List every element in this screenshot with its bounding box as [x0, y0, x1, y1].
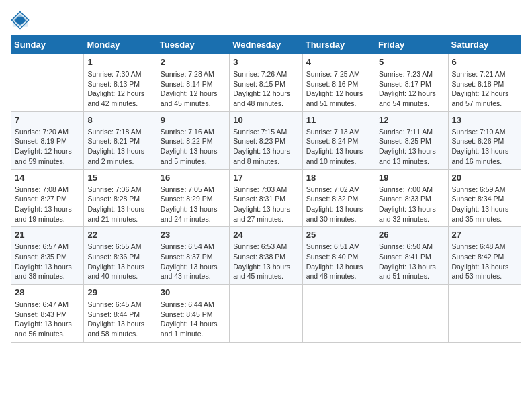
calendar-cell: 13Sunrise: 7:10 AM Sunset: 8:26 PM Dayli…	[448, 111, 521, 169]
calendar-week-row: 7Sunrise: 7:20 AM Sunset: 8:19 PM Daylig…	[11, 111, 521, 169]
day-number: 18	[306, 173, 371, 183]
calendar-cell: 18Sunrise: 7:02 AM Sunset: 8:32 PM Dayli…	[302, 169, 375, 227]
calendar-cell: 22Sunrise: 6:55 AM Sunset: 8:36 PM Dayli…	[84, 227, 157, 285]
calendar-cell: 14Sunrise: 7:08 AM Sunset: 8:27 PM Dayli…	[11, 169, 84, 227]
calendar-cell: 23Sunrise: 6:54 AM Sunset: 8:37 PM Dayli…	[157, 227, 229, 285]
day-info: Sunrise: 6:53 AM Sunset: 8:38 PM Dayligh…	[233, 242, 298, 281]
day-info: Sunrise: 7:18 AM Sunset: 8:21 PM Dayligh…	[87, 127, 152, 167]
day-number: 28	[15, 287, 80, 298]
day-info: Sunrise: 7:28 AM Sunset: 8:14 PM Dayligh…	[161, 69, 226, 109]
calendar-table: SundayMondayTuesdayWednesdayThursdayFrid…	[11, 35, 521, 342]
day-number: 8	[87, 115, 152, 125]
day-number: 9	[161, 115, 226, 125]
logo-icon	[11, 11, 30, 30]
day-info: Sunrise: 6:50 AM Sunset: 8:41 PM Dayligh…	[379, 242, 444, 281]
day-info: Sunrise: 6:51 AM Sunset: 8:40 PM Dayligh…	[306, 242, 371, 281]
calendar-cell: 5Sunrise: 7:23 AM Sunset: 8:17 PM Daylig…	[375, 54, 448, 112]
logo	[11, 11, 32, 30]
calendar-cell: 2Sunrise: 7:28 AM Sunset: 8:14 PM Daylig…	[157, 54, 229, 112]
day-info: Sunrise: 6:48 AM Sunset: 8:42 PM Dayligh…	[452, 242, 517, 281]
calendar-cell	[11, 54, 84, 112]
day-number: 16	[161, 173, 226, 183]
calendar-cell: 3Sunrise: 7:26 AM Sunset: 8:15 PM Daylig…	[230, 54, 302, 112]
day-header-monday: Monday	[84, 36, 157, 54]
day-number: 23	[161, 230, 226, 240]
day-info: Sunrise: 7:06 AM Sunset: 8:28 PM Dayligh…	[87, 185, 152, 224]
day-info: Sunrise: 6:57 AM Sunset: 8:35 PM Dayligh…	[15, 242, 80, 281]
calendar-week-row: 28Sunrise: 6:47 AM Sunset: 8:43 PM Dayli…	[11, 285, 521, 342]
day-number: 3	[233, 57, 298, 67]
day-info: Sunrise: 7:26 AM Sunset: 8:15 PM Dayligh…	[233, 69, 298, 109]
day-info: Sunrise: 7:08 AM Sunset: 8:27 PM Dayligh…	[15, 185, 80, 224]
calendar-cell	[302, 285, 375, 342]
calendar-week-row: 1Sunrise: 7:30 AM Sunset: 8:13 PM Daylig…	[11, 54, 521, 112]
calendar-cell: 28Sunrise: 6:47 AM Sunset: 8:43 PM Dayli…	[11, 285, 84, 342]
day-header-sunday: Sunday	[11, 36, 84, 54]
day-header-saturday: Saturday	[448, 36, 521, 54]
day-info: Sunrise: 6:45 AM Sunset: 8:44 PM Dayligh…	[87, 300, 152, 339]
calendar-cell: 20Sunrise: 6:59 AM Sunset: 8:34 PM Dayli…	[448, 169, 521, 227]
day-info: Sunrise: 7:23 AM Sunset: 8:17 PM Dayligh…	[379, 69, 444, 109]
calendar-cell: 12Sunrise: 7:11 AM Sunset: 8:25 PM Dayli…	[375, 111, 448, 169]
day-number: 10	[233, 115, 298, 125]
day-info: Sunrise: 6:47 AM Sunset: 8:43 PM Dayligh…	[15, 300, 80, 339]
day-number: 6	[452, 57, 517, 67]
calendar-cell: 27Sunrise: 6:48 AM Sunset: 8:42 PM Dayli…	[448, 227, 521, 285]
day-number: 2	[161, 57, 226, 67]
day-info: Sunrise: 7:30 AM Sunset: 8:13 PM Dayligh…	[87, 69, 152, 109]
day-info: Sunrise: 7:21 AM Sunset: 8:18 PM Dayligh…	[452, 69, 517, 109]
calendar-cell: 10Sunrise: 7:15 AM Sunset: 8:23 PM Dayli…	[230, 111, 302, 169]
days-header-row: SundayMondayTuesdayWednesdayThursdayFrid…	[11, 36, 521, 54]
day-number: 4	[306, 57, 371, 67]
day-number: 5	[379, 57, 444, 67]
calendar-cell: 6Sunrise: 7:21 AM Sunset: 8:18 PM Daylig…	[448, 54, 521, 112]
day-number: 17	[233, 173, 298, 183]
day-info: Sunrise: 6:55 AM Sunset: 8:36 PM Dayligh…	[87, 242, 152, 281]
calendar-cell: 24Sunrise: 6:53 AM Sunset: 8:38 PM Dayli…	[230, 227, 302, 285]
day-number: 21	[15, 230, 80, 240]
day-info: Sunrise: 7:25 AM Sunset: 8:16 PM Dayligh…	[306, 69, 371, 109]
day-info: Sunrise: 7:20 AM Sunset: 8:19 PM Dayligh…	[15, 127, 80, 167]
day-number: 20	[452, 173, 517, 183]
day-info: Sunrise: 7:00 AM Sunset: 8:33 PM Dayligh…	[379, 185, 444, 224]
day-number: 25	[306, 230, 371, 240]
calendar-cell: 26Sunrise: 6:50 AM Sunset: 8:41 PM Dayli…	[375, 227, 448, 285]
day-header-tuesday: Tuesday	[157, 36, 229, 54]
calendar-cell: 1Sunrise: 7:30 AM Sunset: 8:13 PM Daylig…	[84, 54, 157, 112]
calendar-cell: 15Sunrise: 7:06 AM Sunset: 8:28 PM Dayli…	[84, 169, 157, 227]
calendar-cell: 7Sunrise: 7:20 AM Sunset: 8:19 PM Daylig…	[11, 111, 84, 169]
day-info: Sunrise: 7:03 AM Sunset: 8:31 PM Dayligh…	[233, 185, 298, 224]
day-info: Sunrise: 6:54 AM Sunset: 8:37 PM Dayligh…	[161, 242, 226, 281]
day-info: Sunrise: 6:59 AM Sunset: 8:34 PM Dayligh…	[452, 185, 517, 224]
calendar-cell: 11Sunrise: 7:13 AM Sunset: 8:24 PM Dayli…	[302, 111, 375, 169]
calendar-cell: 9Sunrise: 7:16 AM Sunset: 8:22 PM Daylig…	[157, 111, 229, 169]
calendar-cell: 30Sunrise: 6:44 AM Sunset: 8:45 PM Dayli…	[157, 285, 229, 342]
day-header-friday: Friday	[375, 36, 448, 54]
calendar-week-row: 14Sunrise: 7:08 AM Sunset: 8:27 PM Dayli…	[11, 169, 521, 227]
calendar-cell: 17Sunrise: 7:03 AM Sunset: 8:31 PM Dayli…	[230, 169, 302, 227]
day-number: 12	[379, 115, 444, 125]
calendar-cell: 4Sunrise: 7:25 AM Sunset: 8:16 PM Daylig…	[302, 54, 375, 112]
day-info: Sunrise: 7:15 AM Sunset: 8:23 PM Dayligh…	[233, 127, 298, 167]
calendar-cell	[375, 285, 448, 342]
calendar-cell	[448, 285, 521, 342]
day-number: 27	[452, 230, 517, 240]
day-number: 19	[379, 173, 444, 183]
calendar-cell: 25Sunrise: 6:51 AM Sunset: 8:40 PM Dayli…	[302, 227, 375, 285]
day-number: 13	[452, 115, 517, 125]
day-header-wednesday: Wednesday	[230, 36, 302, 54]
day-info: Sunrise: 7:11 AM Sunset: 8:25 PM Dayligh…	[379, 127, 444, 167]
day-header-thursday: Thursday	[302, 36, 375, 54]
day-number: 11	[306, 115, 371, 125]
day-info: Sunrise: 7:13 AM Sunset: 8:24 PM Dayligh…	[306, 127, 371, 167]
calendar-cell: 8Sunrise: 7:18 AM Sunset: 8:21 PM Daylig…	[84, 111, 157, 169]
day-number: 30	[161, 287, 226, 298]
calendar-cell	[230, 285, 302, 342]
calendar-week-row: 21Sunrise: 6:57 AM Sunset: 8:35 PM Dayli…	[11, 227, 521, 285]
day-info: Sunrise: 7:16 AM Sunset: 8:22 PM Dayligh…	[161, 127, 226, 167]
day-number: 29	[87, 287, 152, 298]
day-info: Sunrise: 7:10 AM Sunset: 8:26 PM Dayligh…	[452, 127, 517, 167]
calendar-cell: 16Sunrise: 7:05 AM Sunset: 8:29 PM Dayli…	[157, 169, 229, 227]
day-number: 14	[15, 173, 80, 183]
calendar-cell: 29Sunrise: 6:45 AM Sunset: 8:44 PM Dayli…	[84, 285, 157, 342]
